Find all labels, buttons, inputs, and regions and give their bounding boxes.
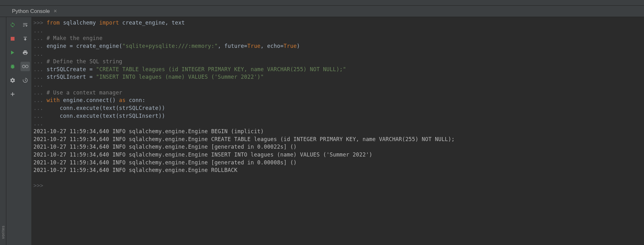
toolbars xyxy=(6,17,32,245)
prompt-cont: ... xyxy=(33,58,47,65)
prompt-cont: ... xyxy=(33,35,47,41)
string-literal: "INSERT INTO leagues (name) VALUES ('Sum… xyxy=(96,74,264,80)
debug-icon[interactable] xyxy=(8,62,17,71)
prompt-cont: ... xyxy=(33,43,47,49)
code-text: , echo= xyxy=(261,43,284,49)
settings-icon[interactable] xyxy=(8,76,17,85)
prompt-cont: ... xyxy=(33,66,47,72)
stop-icon[interactable] xyxy=(8,34,17,43)
code-text: strSQLCreate = xyxy=(47,66,96,72)
tab-label: Python Console xyxy=(12,8,50,14)
prompt-cont: ... xyxy=(33,27,47,34)
rerun-icon[interactable] xyxy=(8,20,17,30)
kw-from: from xyxy=(47,20,60,26)
prompt-cont: ... xyxy=(33,82,47,88)
string-literal: "sqlite+pysqlite:///:memory:" xyxy=(122,43,218,49)
run-icon[interactable] xyxy=(8,48,17,57)
kw-as: as xyxy=(119,97,126,103)
prompt-cont: ... xyxy=(33,120,47,127)
left-gutter-label: vorites xyxy=(1,225,5,239)
scroll-to-end-icon[interactable] xyxy=(20,34,30,43)
show-variables-icon[interactable] xyxy=(20,62,30,71)
svg-point-2 xyxy=(25,65,28,68)
log-line: 2021-10-27 11:59:34,640 INFO sqlalchemy.… xyxy=(33,135,641,143)
comment: # Use a context manager xyxy=(47,89,122,96)
prompt-cont: ... xyxy=(33,51,47,57)
kw-with: with xyxy=(47,97,60,103)
prompt-cont: ... xyxy=(33,105,47,111)
code-text: ) xyxy=(297,43,300,49)
log-line: 2021-10-27 11:59:34,640 INFO sqlalchemy.… xyxy=(33,166,641,174)
log-line: 2021-10-27 11:59:34,640 INFO sqlalchemy.… xyxy=(33,128,641,135)
code-text: engine.connect() xyxy=(60,97,119,103)
code-text: strSQLInsert = xyxy=(47,74,96,80)
log-line: 2021-10-27 11:59:34,640 INFO sqlalchemy.… xyxy=(33,143,641,151)
toolbar-primary xyxy=(6,17,19,245)
code-text: engine = create_engine( xyxy=(47,43,122,49)
comment: # Make the engine xyxy=(47,35,102,41)
prompt-cont: ... xyxy=(33,74,47,80)
comment: # Define the SQL string xyxy=(47,58,122,65)
tab-bar: Python Console × xyxy=(0,6,644,17)
soft-wrap-icon[interactable] xyxy=(20,20,30,30)
tab-python-console[interactable]: Python Console × xyxy=(9,6,60,16)
code-text: , future= xyxy=(218,43,247,49)
close-icon[interactable]: × xyxy=(53,8,58,14)
code-text: create_engine, text xyxy=(119,20,185,26)
prompt-cont: ... xyxy=(33,97,47,103)
code-text: conn.execute(text(strSQLCreate)) xyxy=(47,105,165,111)
toolbar-secondary xyxy=(19,17,32,245)
svg-point-1 xyxy=(22,65,25,68)
kw-import: import xyxy=(99,20,119,26)
add-icon[interactable] xyxy=(8,89,17,99)
prompt: >>> xyxy=(33,182,47,189)
history-icon[interactable] xyxy=(20,76,30,85)
prompt-cont: ... xyxy=(33,113,47,119)
code-text: conn.execute(text(strSQLInsert)) xyxy=(47,113,165,119)
print-icon[interactable] xyxy=(20,48,30,57)
kw-true: True xyxy=(284,43,297,49)
window-top-bar xyxy=(0,0,644,6)
log-line: 2021-10-27 11:59:34,640 INFO sqlalchemy.… xyxy=(33,151,641,159)
svg-rect-0 xyxy=(11,37,15,41)
code-text: sqlalchemy xyxy=(60,20,99,26)
left-gutter: vorites xyxy=(0,17,6,245)
string-literal: "CREATE TABLE leagues (id INTEGER PRIMAR… xyxy=(96,66,346,72)
prompt-cont: ... xyxy=(33,89,47,96)
main-area: vorites xyxy=(0,17,644,245)
console-output[interactable]: >>> from sqlalchemy import create_engine… xyxy=(32,17,644,245)
kw-true: True xyxy=(247,43,261,49)
log-line: 2021-10-27 11:59:34,640 INFO sqlalchemy.… xyxy=(33,159,641,167)
prompt: >>> xyxy=(33,20,47,26)
code-text: conn: xyxy=(126,97,145,103)
